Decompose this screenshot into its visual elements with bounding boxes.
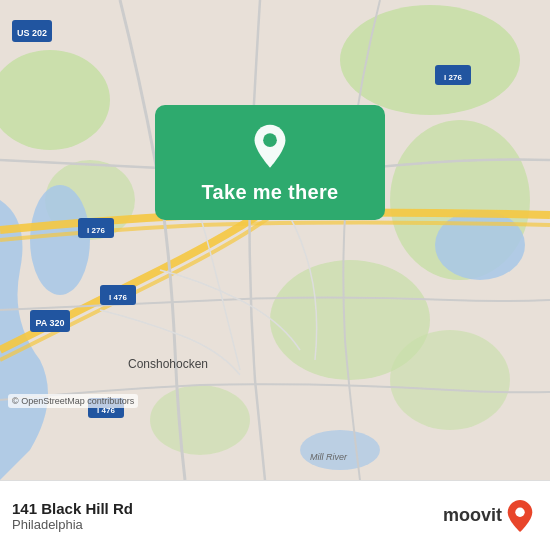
moovit-text: moovit (443, 505, 502, 526)
moovit-logo: moovit (443, 499, 534, 533)
svg-point-8 (30, 185, 90, 295)
map-container: US 202 I 476 I 476 I 276 I 276 I 276 PA … (0, 0, 550, 480)
take-me-there-button[interactable]: Take me there (155, 105, 385, 220)
location-pin-icon (246, 123, 294, 171)
city-line: Philadelphia (12, 517, 133, 532)
moovit-pin-icon (506, 499, 534, 533)
svg-text:PA 320: PA 320 (35, 318, 64, 328)
svg-point-6 (390, 330, 510, 430)
bottom-bar: 141 Black Hill Rd Philadelphia moovit (0, 480, 550, 550)
svg-text:US 202: US 202 (17, 28, 47, 38)
svg-text:Conshohocken: Conshohocken (128, 357, 208, 371)
svg-text:I 476: I 476 (109, 293, 127, 302)
address-block: 141 Black Hill Rd Philadelphia (12, 500, 133, 532)
svg-point-9 (435, 210, 525, 280)
svg-point-10 (300, 430, 380, 470)
svg-point-7 (150, 385, 250, 455)
copyright-notice: © OpenStreetMap contributors (8, 394, 138, 408)
svg-point-29 (263, 133, 277, 147)
svg-point-30 (515, 507, 524, 516)
svg-text:I 276: I 276 (87, 226, 105, 235)
take-me-there-label: Take me there (202, 181, 339, 204)
address-line: 141 Black Hill Rd (12, 500, 133, 517)
svg-text:I 276: I 276 (444, 73, 462, 82)
svg-text:Mill River: Mill River (310, 452, 348, 462)
